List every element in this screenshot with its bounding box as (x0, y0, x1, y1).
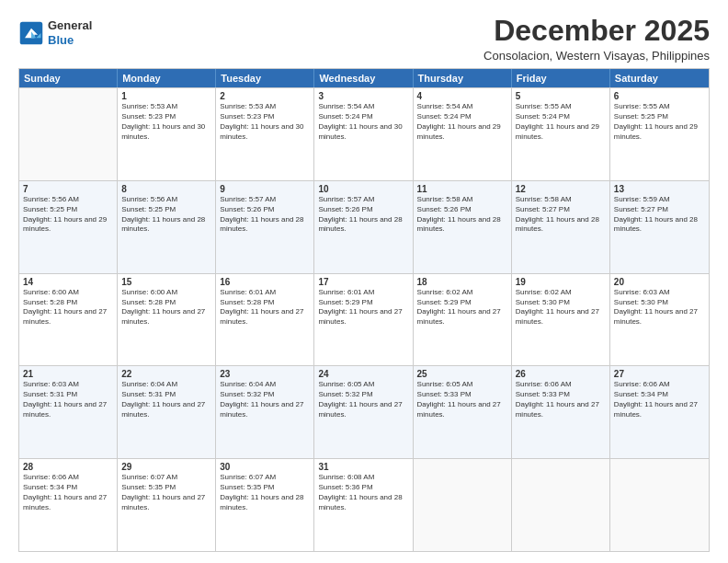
day-info: Sunrise: 6:06 AMSunset: 5:33 PMDaylight:… (516, 380, 606, 419)
calendar-week: 7Sunrise: 5:56 AMSunset: 5:25 PMDaylight… (19, 180, 709, 273)
calendar-cell: 5Sunrise: 5:55 AMSunset: 5:24 PMDaylight… (512, 88, 610, 180)
day-info: Sunrise: 6:08 AMSunset: 5:36 PMDaylight:… (318, 473, 408, 512)
day-info: Sunrise: 6:05 AMSunset: 5:33 PMDaylight:… (417, 380, 507, 419)
day-info: Sunrise: 5:57 AMSunset: 5:26 PMDaylight:… (220, 195, 310, 235)
calendar-cell: 11Sunrise: 5:58 AMSunset: 5:26 PMDayligh… (414, 181, 512, 273)
calendar-cell: 6Sunrise: 5:55 AMSunset: 5:25 PMDaylight… (610, 88, 709, 180)
calendar-header-cell: Sunday (19, 69, 118, 87)
calendar-cell: 12Sunrise: 5:58 AMSunset: 5:27 PMDayligh… (512, 181, 610, 273)
day-number: 17 (318, 277, 408, 287)
calendar-cell: 18Sunrise: 6:02 AMSunset: 5:29 PMDayligh… (414, 274, 512, 366)
day-info: Sunrise: 5:59 AMSunset: 5:27 PMDaylight:… (614, 195, 705, 235)
day-number: 8 (121, 184, 211, 194)
day-info: Sunrise: 6:00 AMSunset: 5:28 PMDaylight:… (23, 288, 113, 327)
calendar-week: 21Sunrise: 6:03 AMSunset: 5:31 PMDayligh… (19, 365, 709, 458)
calendar-header-cell: Saturday (610, 69, 709, 87)
calendar-cell: 30Sunrise: 6:07 AMSunset: 5:35 PMDayligh… (216, 459, 314, 551)
day-info: Sunrise: 6:02 AMSunset: 5:30 PMDaylight:… (516, 288, 606, 327)
calendar-cell: 15Sunrise: 6:00 AMSunset: 5:28 PMDayligh… (118, 274, 216, 366)
day-number: 7 (23, 184, 113, 194)
day-info: Sunrise: 6:01 AMSunset: 5:28 PMDaylight:… (220, 288, 310, 327)
calendar-cell (610, 459, 709, 551)
calendar-cell: 10Sunrise: 5:57 AMSunset: 5:26 PMDayligh… (314, 181, 413, 273)
day-info: Sunrise: 5:55 AMSunset: 5:24 PMDaylight:… (516, 102, 606, 142)
logo-icon (18, 20, 44, 46)
day-number: 1 (121, 91, 211, 101)
calendar-cell (414, 459, 512, 551)
day-info: Sunrise: 5:54 AMSunset: 5:24 PMDaylight:… (318, 102, 408, 142)
day-info: Sunrise: 6:05 AMSunset: 5:32 PMDaylight:… (318, 380, 408, 419)
calendar-week: 14Sunrise: 6:00 AMSunset: 5:28 PMDayligh… (19, 273, 709, 366)
day-number: 27 (614, 369, 705, 379)
calendar-cell: 19Sunrise: 6:02 AMSunset: 5:30 PMDayligh… (512, 274, 610, 366)
logo-text: General Blue (48, 18, 92, 47)
day-info: Sunrise: 5:55 AMSunset: 5:25 PMDaylight:… (614, 102, 705, 142)
day-number: 16 (220, 277, 310, 287)
calendar-cell (19, 88, 118, 180)
day-info: Sunrise: 6:03 AMSunset: 5:30 PMDaylight:… (614, 288, 705, 327)
calendar-cell: 17Sunrise: 6:01 AMSunset: 5:29 PMDayligh… (314, 274, 413, 366)
calendar-cell: 29Sunrise: 6:07 AMSunset: 5:35 PMDayligh… (118, 459, 216, 551)
logo-general: General (48, 18, 92, 33)
day-number: 10 (318, 184, 408, 194)
day-info: Sunrise: 6:03 AMSunset: 5:31 PMDaylight:… (23, 380, 113, 419)
day-number: 2 (220, 91, 310, 101)
calendar-week: 28Sunrise: 6:06 AMSunset: 5:34 PMDayligh… (19, 458, 709, 551)
calendar-header-cell: Tuesday (216, 69, 314, 87)
day-number: 19 (516, 277, 606, 287)
calendar-cell: 16Sunrise: 6:01 AMSunset: 5:28 PMDayligh… (216, 274, 314, 366)
calendar-cell: 1Sunrise: 5:53 AMSunset: 5:23 PMDaylight… (118, 88, 216, 180)
day-number: 25 (417, 369, 507, 379)
calendar-cell: 21Sunrise: 6:03 AMSunset: 5:31 PMDayligh… (19, 366, 118, 458)
day-info: Sunrise: 6:04 AMSunset: 5:31 PMDaylight:… (121, 380, 211, 419)
day-info: Sunrise: 6:07 AMSunset: 5:35 PMDaylight:… (121, 473, 211, 512)
calendar-cell: 4Sunrise: 5:54 AMSunset: 5:24 PMDaylight… (414, 88, 512, 180)
day-info: Sunrise: 5:58 AMSunset: 5:27 PMDaylight:… (516, 195, 606, 235)
day-number: 15 (121, 277, 211, 287)
calendar-header-cell: Monday (118, 69, 216, 87)
calendar-cell: 25Sunrise: 6:05 AMSunset: 5:33 PMDayligh… (414, 366, 512, 458)
day-number: 30 (220, 462, 310, 472)
day-number: 12 (516, 184, 606, 194)
day-info: Sunrise: 5:53 AMSunset: 5:23 PMDaylight:… (121, 102, 211, 142)
day-number: 29 (121, 462, 211, 472)
calendar-cell: 20Sunrise: 6:03 AMSunset: 5:30 PMDayligh… (610, 274, 709, 366)
subtitle: Consolacion, Western Visayas, Philippine… (483, 49, 710, 63)
calendar-cell: 13Sunrise: 5:59 AMSunset: 5:27 PMDayligh… (610, 181, 709, 273)
month-title: December 2025 (483, 15, 710, 47)
day-info: Sunrise: 6:04 AMSunset: 5:32 PMDaylight:… (220, 380, 310, 419)
calendar-cell: 28Sunrise: 6:06 AMSunset: 5:34 PMDayligh… (19, 459, 118, 551)
day-number: 20 (614, 277, 705, 287)
day-info: Sunrise: 5:56 AMSunset: 5:25 PMDaylight:… (23, 195, 113, 235)
calendar-cell (512, 459, 610, 551)
calendar-cell: 2Sunrise: 5:53 AMSunset: 5:23 PMDaylight… (216, 88, 314, 180)
header: General Blue December 2025 Consolacion, … (18, 15, 710, 63)
calendar-week: 1Sunrise: 5:53 AMSunset: 5:23 PMDaylight… (19, 87, 709, 180)
day-number: 22 (121, 369, 211, 379)
day-info: Sunrise: 5:53 AMSunset: 5:23 PMDaylight:… (220, 102, 310, 142)
day-info: Sunrise: 6:00 AMSunset: 5:28 PMDaylight:… (121, 288, 211, 327)
day-number: 5 (516, 91, 606, 101)
calendar-cell: 23Sunrise: 6:04 AMSunset: 5:32 PMDayligh… (216, 366, 314, 458)
day-number: 3 (318, 91, 408, 101)
calendar-cell: 14Sunrise: 6:00 AMSunset: 5:28 PMDayligh… (19, 274, 118, 366)
calendar-cell: 22Sunrise: 6:04 AMSunset: 5:31 PMDayligh… (118, 366, 216, 458)
calendar-header-cell: Friday (512, 69, 610, 87)
day-info: Sunrise: 6:02 AMSunset: 5:29 PMDaylight:… (417, 288, 507, 327)
day-number: 6 (614, 91, 705, 101)
day-info: Sunrise: 5:57 AMSunset: 5:26 PMDaylight:… (318, 195, 408, 235)
day-number: 24 (318, 369, 408, 379)
day-number: 14 (23, 277, 113, 287)
day-number: 13 (614, 184, 705, 194)
calendar-cell: 8Sunrise: 5:56 AMSunset: 5:25 PMDaylight… (118, 181, 216, 273)
day-number: 18 (417, 277, 507, 287)
day-number: 11 (417, 184, 507, 194)
logo-blue: Blue (48, 33, 92, 48)
day-info: Sunrise: 6:07 AMSunset: 5:35 PMDaylight:… (220, 473, 310, 512)
day-info: Sunrise: 5:56 AMSunset: 5:25 PMDaylight:… (121, 195, 211, 235)
calendar-cell: 24Sunrise: 6:05 AMSunset: 5:32 PMDayligh… (314, 366, 413, 458)
title-block: December 2025 Consolacion, Western Visay… (483, 15, 710, 63)
calendar-header: SundayMondayTuesdayWednesdayThursdayFrid… (19, 69, 709, 87)
logo: General Blue (18, 18, 92, 47)
calendar-cell: 31Sunrise: 6:08 AMSunset: 5:36 PMDayligh… (314, 459, 413, 551)
